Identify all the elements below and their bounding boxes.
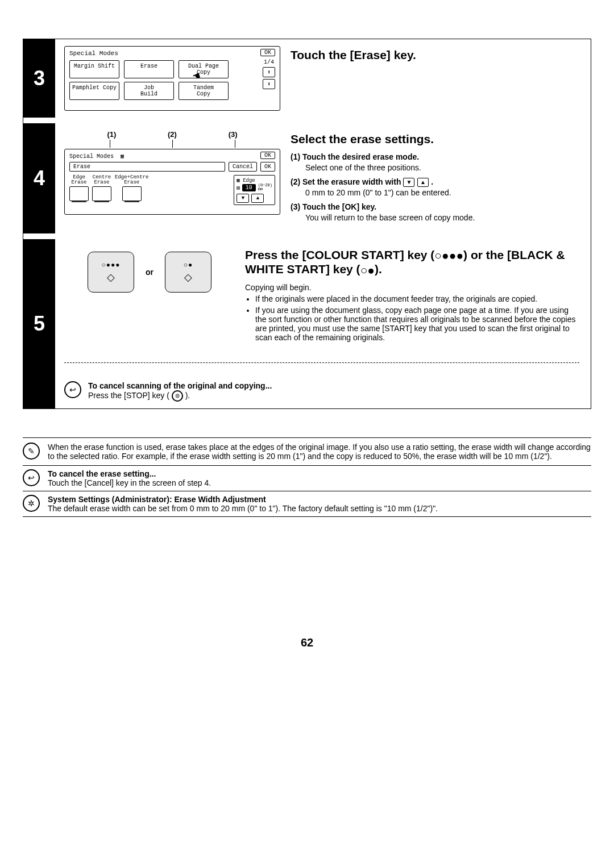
- increase-button[interactable]: ▲: [251, 194, 264, 203]
- note3-heading: System Settings (Administrator): Erase W…: [48, 495, 438, 504]
- colour-start-button[interactable]: ○●●● ◇: [88, 252, 134, 293]
- pencil-note-icon: ✎: [23, 443, 40, 460]
- tandem-copy-button[interactable]: Tandem Copy: [179, 82, 229, 100]
- page-indicator: 1/4: [264, 59, 274, 65]
- edge-width-control: ▦ Edge ▤ 10 (0~20) mm ▼ ▲: [234, 175, 275, 205]
- dashed-divider: [64, 362, 579, 363]
- bullet-1: If the originals were placed in the docu…: [255, 294, 579, 303]
- scroll-up-icon[interactable]: ⬆: [263, 67, 275, 77]
- ok-button[interactable]: OK: [260, 152, 275, 159]
- step-5: 5 ○●●● ◇ or ○● ◇: [23, 239, 591, 408]
- sub1-body: Select one of the three positions.: [291, 163, 579, 172]
- pamphlet-copy-button[interactable]: Pamphlet Copy: [69, 82, 119, 100]
- bw-dots-icon: ○●: [184, 261, 193, 269]
- diamond-icon: ◇: [184, 271, 192, 283]
- dual-page-copy-button[interactable]: Dual Page Copy: [179, 60, 229, 78]
- label-3: (3): [229, 130, 238, 139]
- step3-panel: Special Modes OK 1/4 ⬆ ⬇ Margin Shift Er…: [64, 46, 280, 111]
- step-number: 4: [23, 123, 55, 233]
- sub2-body: 0 mm to 20 mm (0" to 1") can be entered.: [291, 188, 579, 197]
- scroll-down-icon[interactable]: ⬇: [263, 79, 275, 89]
- cancel-heading: To cancel scanning of the original and c…: [88, 381, 272, 390]
- step4-title: Select the erase settings.: [291, 132, 579, 146]
- step-4: 4 (1) (2) (3) Special Modes ▦: [23, 123, 591, 233]
- range-label: (0~20) mm: [258, 183, 272, 191]
- panel-title: Special Modes: [69, 153, 114, 160]
- width-value: 10: [242, 184, 256, 191]
- centre-erase-button[interactable]: CentreErase: [92, 175, 111, 201]
- note2-body: Touch the [Cancel] key in the screen of …: [48, 478, 211, 487]
- step-number: 5: [23, 239, 55, 408]
- margin-shift-button[interactable]: Margin Shift: [69, 60, 119, 78]
- sub3-body: You will return to the base screen of co…: [291, 213, 579, 222]
- edge-centre-erase-button[interactable]: Edge+CentreErase: [115, 175, 148, 201]
- up-key-icon: ▲: [417, 178, 429, 187]
- bw-start-button[interactable]: ○● ◇: [165, 252, 211, 293]
- step5-body1: Copying will begin.: [245, 283, 579, 292]
- ok-button[interactable]: OK: [260, 49, 275, 56]
- sub1-heading: (1) Touch the desired erase mode.: [291, 152, 419, 161]
- step5-title: Press the [COLOUR START] key (○●●●) or t…: [245, 248, 579, 277]
- page-icon: ▤: [237, 185, 239, 191]
- erase-button[interactable]: Erase: [124, 60, 174, 78]
- cancel-body: Press the [STOP] key ( ⊚ ).: [88, 390, 272, 402]
- gear-icon: ✲: [23, 495, 40, 512]
- bullet-2: If you are using the document glass, cop…: [255, 306, 579, 342]
- label-2: (2): [168, 130, 177, 139]
- erase-bar: Erase: [69, 162, 225, 172]
- step3-title: Touch the [Erase] key.: [291, 48, 579, 62]
- cancel-button[interactable]: Cancel: [229, 162, 257, 172]
- note1-body: When the erase function is used, erase t…: [48, 443, 591, 461]
- sub2-heading-a: (2) Set the erasure width with: [291, 177, 403, 186]
- page-number: 62: [23, 636, 591, 649]
- job-build-button[interactable]: Job Build: [124, 82, 174, 100]
- colour-dots-icon: ○●●●: [102, 261, 121, 269]
- stop-key-icon: ⊚: [172, 390, 183, 402]
- diamond-icon: ◇: [107, 271, 115, 283]
- step-3: 3 Special Modes OK 1/4 ⬆ ⬇ Margin Shift …: [23, 39, 591, 118]
- steps-container: 3 Special Modes OK 1/4 ⬆ ⬇ Margin Shift …: [23, 39, 591, 409]
- callout-labels: (1) (2) (3): [64, 130, 280, 139]
- or-label: or: [146, 268, 154, 277]
- back-icon: ↩: [23, 469, 40, 486]
- step-number: 3: [23, 39, 55, 118]
- decrease-button[interactable]: ▼: [237, 194, 249, 203]
- note2-heading: To cancel the erase setting...: [48, 469, 211, 478]
- step4-panel: Special Modes ▦ OK Erase Cancel OK EdgeE…: [64, 149, 280, 215]
- sub3-heading: (3) Touch the [OK] key.: [291, 202, 376, 211]
- sub2-heading-b: .: [431, 177, 433, 186]
- ok2-button[interactable]: OK: [260, 162, 275, 172]
- back-icon: ↩: [64, 381, 81, 398]
- down-key-icon: ▼: [403, 178, 414, 187]
- note3-body: The default erase width can be set from …: [48, 504, 438, 513]
- bottom-notes: ✎ When the erase function is used, erase…: [23, 437, 591, 517]
- label-1: (1): [107, 130, 116, 139]
- panel-title: Special Modes: [69, 50, 118, 57]
- edge-erase-button[interactable]: EdgeErase: [69, 175, 89, 201]
